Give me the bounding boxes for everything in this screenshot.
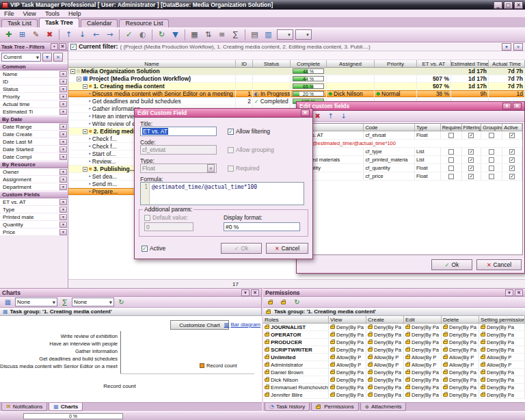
filter-icon[interactable]: ▼ — [169, 29, 182, 41]
group-by-icon[interactable]: ≡ — [215, 29, 228, 41]
cf-column-grouping[interactable]: Grouping — [481, 124, 502, 131]
permission-cell[interactable]: Allow(By P — [366, 361, 404, 368]
checkbox-checked-icon[interactable]: ✓ — [509, 174, 515, 179]
refresh-icon[interactable]: ↻ — [155, 29, 168, 41]
dialog-ok-button[interactable]: ✓ Ok — [221, 243, 262, 254]
filter-item-estimated-ti[interactable]: Estimated Ti▼ — [0, 108, 68, 116]
perm-column-view[interactable]: View — [329, 316, 366, 323]
perm-column-delete[interactable]: Delete — [442, 316, 479, 323]
filter-funnel-icon[interactable]: ▼ — [502, 43, 511, 51]
dropdown-icon[interactable]: ▼ — [59, 154, 67, 160]
permission-cell[interactable]: Deny(By Pa — [442, 331, 479, 338]
menu-tools[interactable]: Tools — [45, 10, 59, 17]
close-button[interactable]: ✕ — [514, 1, 523, 9]
permissions-close-icon[interactable]: ✕ — [515, 289, 523, 296]
filter-item-date-last-m[interactable]: Date Last M▼ — [0, 138, 68, 146]
tab-task-history[interactable]: ◔Task history — [265, 403, 310, 411]
customize-chart-button[interactable]: Customize Chart — [170, 320, 229, 330]
filter-item-quantity[interactable]: Quantity▼ — [0, 221, 68, 228]
expand-toggle-icon[interactable]: - — [83, 129, 88, 134]
pin-icon[interactable]: • — [51, 43, 58, 50]
perm-column-create[interactable]: Create — [366, 316, 404, 323]
filter-item-name[interactable]: Name▼ — [0, 70, 68, 78]
dropdown-icon[interactable]: ▼ — [59, 207, 67, 213]
permission-row[interactable]: UnlimitedAllow(By PAllow(By PAllow(By PA… — [263, 354, 525, 361]
permission-cell[interactable]: Deny(By Pa — [442, 376, 479, 383]
checkbox-checked-icon[interactable]: ✓ — [509, 157, 515, 163]
permission-cell[interactable]: Allow(By P — [404, 361, 442, 368]
new-task-icon[interactable]: ✚ — [2, 29, 15, 41]
permission-cell[interactable]: Deny(By Pa — [366, 324, 404, 330]
permission-cell[interactable]: Deny(By Pa — [404, 346, 442, 353]
cf-cancel-button[interactable]: ✕ Cancel — [476, 259, 522, 270]
filter-item-owner[interactable]: Owner▼ — [0, 168, 68, 176]
custom-field-row[interactable]: Printed materialscf_printed_materiaList✓… — [300, 156, 522, 164]
filter-group-common[interactable]: Common — [0, 63, 68, 70]
filter-item-date-started[interactable]: Date Started▼ — [0, 146, 68, 153]
charts-float-icon[interactable]: ▾ — [241, 289, 250, 296]
tab-charts[interactable]: ▦Charts — [49, 403, 83, 411]
clear-filter-icon[interactable]: ✕ — [53, 53, 63, 62]
permission-row[interactable]: Jennifer BlireDeny(By PaDeny(By PaDeny(B… — [263, 391, 525, 399]
checkbox-checked-icon[interactable]: ✓ — [509, 166, 515, 171]
move-up-icon[interactable]: ↑ — [62, 29, 75, 41]
cf-column-filtering[interactable]: Filtering — [462, 124, 482, 131]
permission-cell[interactable]: Deny(By Pa — [442, 346, 479, 353]
tab-task-list[interactable]: Task List — [1, 19, 38, 27]
complete-task-icon[interactable]: ✓ — [122, 29, 135, 41]
permission-cell[interactable]: Deny(By Pa — [366, 331, 404, 338]
perm-column-edit[interactable]: Edit — [404, 316, 442, 323]
edit-task-icon[interactable]: ✎ — [29, 29, 42, 41]
display-format-input[interactable]: #0 % — [224, 222, 300, 231]
task-timer-icon[interactable]: ◐ — [136, 29, 149, 41]
checkbox-checked-icon[interactable]: ✓ — [468, 157, 474, 163]
permissions-float-icon[interactable]: ▾ — [505, 289, 513, 296]
refresh-permissions-icon[interactable]: ↻ — [291, 298, 303, 307]
permission-cell[interactable]: Deny(By Pa — [366, 376, 404, 383]
checkbox-checked-icon[interactable]: ✓ — [468, 149, 474, 155]
filter-preset-select[interactable]: Current ▼ — [1, 53, 41, 62]
permission-cell[interactable]: Deny(By Pa — [442, 391, 479, 398]
permission-cell[interactable]: Allow(By P — [366, 354, 404, 360]
tab-attachments[interactable]: ◆Attachments — [360, 403, 407, 411]
filter-item-price[interactable]: Price▼ — [0, 228, 68, 236]
permission-cell[interactable]: Deny(By Pa — [404, 391, 442, 398]
checkbox-unchecked-icon[interactable] — [489, 149, 494, 155]
checkbox-checked-icon[interactable]: ✓ — [509, 149, 515, 155]
task-row[interactable]: -⌂Media Organization Solution48 %1d 17h7… — [68, 68, 525, 75]
dropdown-icon[interactable]: ▼ — [59, 169, 67, 175]
column-header-priority[interactable]: Priority — [375, 60, 417, 67]
add-subtask-icon[interactable]: ⊞ — [16, 29, 29, 41]
permission-cell[interactable]: Deny(By Pa — [442, 369, 479, 376]
dropdown-icon[interactable]: ▼ — [59, 101, 67, 107]
cf-ok-button[interactable]: ✓ Ok — [431, 259, 472, 270]
checkbox-unchecked-icon[interactable] — [448, 166, 454, 171]
expand-toggle-icon[interactable]: - — [83, 167, 88, 172]
filter-item-priority[interactable]: Priority▼ — [0, 93, 68, 101]
permission-cell[interactable]: Deny(By Pa — [329, 331, 366, 338]
chart-type-icon[interactable]: ▦ — [2, 298, 14, 307]
task-row[interactable]: -■1. Creating media content65 %507 %1d 1… — [68, 83, 525, 90]
tab-calendar[interactable]: Calendar — [81, 19, 118, 27]
permission-row[interactable]: JOURNALISTDeny(By PaDeny(By PaDeny(By Pa… — [263, 324, 525, 331]
field-down-icon[interactable]: ↓ — [338, 111, 349, 121]
checkbox-checked-icon[interactable]: ✓ — [509, 133, 515, 138]
permission-cell[interactable]: Deny(By Pa — [479, 369, 525, 376]
checkbox-unchecked-icon[interactable] — [448, 149, 454, 155]
filter-item-actual-time[interactable]: Actual time▼ — [0, 101, 68, 108]
permission-cell[interactable]: Deny(By Pa — [329, 384, 366, 391]
delete-field-icon[interactable]: ✖ — [312, 111, 323, 121]
permission-cell[interactable]: Allow(By P — [479, 361, 525, 368]
print-icon[interactable]: ▤ — [248, 29, 261, 41]
cf-column-type[interactable]: Type — [415, 124, 441, 131]
column-header-estimated-time[interactable]: Estimated Time — [451, 60, 489, 67]
permission-cell[interactable]: Deny(By Pa — [479, 324, 525, 330]
filter-item-et-vs-at[interactable]: ET vs. AT▼ — [0, 198, 68, 206]
dropdown-icon[interactable]: ▼ — [59, 229, 67, 235]
dropdown-icon[interactable]: ▼ — [59, 109, 67, 115]
date-range-dropdown[interactable]: ▼ — [295, 29, 312, 40]
checkbox-unchecked-icon[interactable] — [448, 174, 454, 179]
dropdown-icon[interactable]: ▼ — [59, 139, 67, 145]
filter-item-date-range[interactable]: Date Range▼ — [0, 123, 68, 131]
checkbox-unchecked-icon[interactable] — [489, 133, 494, 138]
